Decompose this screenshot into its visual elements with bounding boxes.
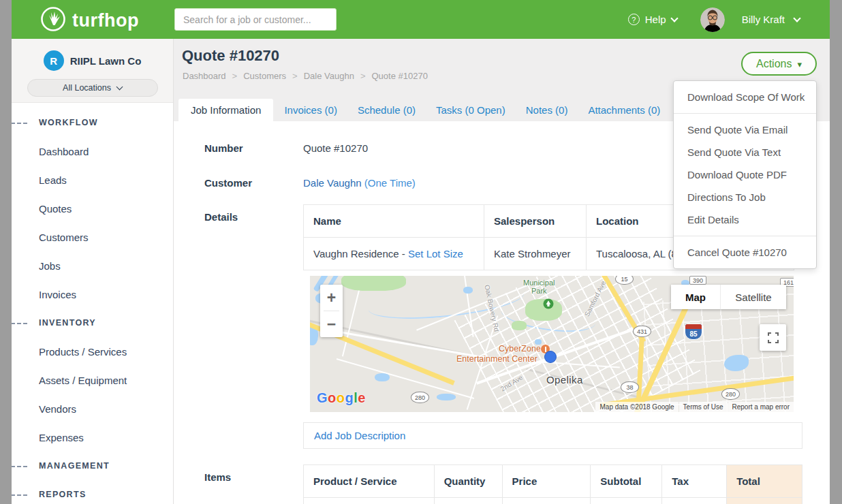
route-shield: 280 — [721, 388, 740, 400]
menu-divider — [674, 236, 816, 236]
map-type-map-button[interactable]: Map — [671, 285, 720, 309]
customer-label: Customer — [204, 177, 252, 189]
menu-item-download-scope[interactable]: Download Scope Of Work — [674, 86, 816, 108]
sidebar-nav: WORKFLOW Dashboard Leads Quotes Customer… — [12, 103, 173, 504]
nav-section-inventory: INVENTORY — [39, 318, 96, 328]
sidebar-item-expenses[interactable]: Expenses — [39, 432, 84, 443]
zoom-out-button[interactable]: − — [320, 311, 343, 337]
company-avatar: R — [44, 50, 64, 71]
chevron-down-icon — [670, 14, 678, 22]
location-selector[interactable]: All Locations — [27, 79, 158, 97]
breadcrumb-customers[interactable]: Customers — [243, 71, 286, 81]
sidebar-item-invoices[interactable]: Invoices — [39, 289, 76, 300]
sidebar: R RIIPL Lawn Co All Locations WORKFLOW D… — [12, 39, 174, 504]
sidebar-item-assets-equipment[interactable]: Assets / Equipment — [39, 375, 127, 386]
breadcrumb-customer-name[interactable]: Dale Vaughn — [304, 71, 354, 81]
tab-invoices[interactable]: Invoices (0) — [284, 104, 337, 116]
items-header-subtotal: Subtotal — [591, 465, 662, 498]
help-menu[interactable]: ? Help — [628, 14, 677, 25]
window-edge-right[interactable] — [830, 0, 842, 504]
topbar-right: ? Help — [628, 0, 800, 39]
set-lot-size-link[interactable]: Set Lot Size — [408, 248, 463, 259]
items-header-tax: Tax — [662, 465, 727, 498]
location-marker — [544, 351, 557, 363]
map-embed[interactable]: 15 390 161 431 85 38 280 280 MunicipalPa… — [310, 276, 794, 412]
menu-item-download-pdf[interactable]: Download Quote PDF — [674, 163, 816, 186]
tab-tasks[interactable]: Tasks (0 Open) — [436, 104, 505, 116]
sidebar-item-jobs[interactable]: Jobs — [39, 260, 61, 272]
breadcrumb: Dashboard> Customers> Dale Vaughn> Quote… — [183, 71, 428, 81]
customer-value: Dale Vaughn (One Time) — [303, 177, 416, 189]
terms-of-use-link[interactable]: Terms of Use — [679, 402, 728, 412]
company-name: RIIPL Lawn Co — [70, 55, 142, 67]
sidebar-header: R RIIPL Lawn Co All Locations — [12, 39, 173, 103]
details-label: Details — [204, 211, 238, 223]
interstate-85-shield: 85 — [685, 324, 702, 340]
chevron-down-icon — [793, 14, 800, 22]
job-description-box: Add Job Description — [303, 422, 802, 449]
route-shield: 280 — [411, 392, 429, 403]
actions-button-label: Actions — [756, 58, 792, 70]
avatar — [700, 7, 725, 32]
details-header-salesperson: Salesperson — [484, 205, 587, 238]
actions-button[interactable]: Actions — [741, 52, 817, 76]
chevron-down-icon — [116, 84, 123, 91]
number-label: Number — [204, 142, 243, 154]
fullscreen-button[interactable] — [760, 324, 786, 351]
customer-type-link[interactable]: (One Time) — [364, 177, 416, 189]
menu-item-cancel-quote[interactable]: Cancel Quote #10270 — [674, 241, 816, 264]
sidebar-item-leads[interactable]: Leads — [39, 174, 67, 186]
route-shield: 431 — [633, 326, 651, 337]
park-tree-icon — [543, 298, 554, 312]
menu-item-edit-details[interactable]: Edit Details — [674, 208, 816, 231]
tab-attachments[interactable]: Attachments (0) — [588, 104, 660, 116]
nav-section-workflow: WORKFLOW — [39, 118, 98, 127]
map-zoom-control: + − — [320, 285, 343, 337]
nav-section-reports[interactable]: REPORTS — [39, 490, 87, 499]
breadcrumb-quote: Quote #10270 — [371, 71, 427, 81]
zoom-in-button[interactable]: + — [320, 285, 343, 311]
help-icon: ? — [628, 14, 640, 25]
google-logo[interactable]: Google — [317, 390, 366, 406]
window-edge-left — [0, 0, 12, 504]
sidebar-item-vendors[interactable]: Vendors — [39, 403, 76, 415]
turfhop-logo-icon — [40, 6, 66, 35]
breadcrumb-dashboard[interactable]: Dashboard — [183, 71, 226, 81]
sidebar-item-dashboard[interactable]: Dashboard — [39, 146, 89, 157]
user-name: Billy Kraft — [742, 14, 785, 25]
route-shield: 38 — [621, 381, 639, 393]
brand-logo[interactable]: turfhop — [40, 6, 139, 35]
menu-item-send-email[interactable]: Send Quote Via Email — [674, 119, 816, 141]
menu-item-directions[interactable]: Directions To Job — [674, 186, 816, 208]
map-park-area — [341, 276, 406, 291]
sidebar-item-quotes[interactable]: Quotes — [39, 203, 72, 215]
tab-job-information[interactable]: Job Information — [178, 99, 273, 121]
tab-schedule[interactable]: Schedule (0) — [358, 104, 416, 116]
map-type-control: Map Satellite — [671, 285, 786, 309]
tab-bar: Job Information Invoices (0) Schedule (0… — [178, 99, 660, 121]
items-header-total: Total — [727, 465, 802, 498]
user-menu[interactable]: Billy Kraft — [700, 7, 800, 32]
poi-label-line1: CyberZone — [499, 344, 541, 353]
details-cell-salesperson: Kate Strohmeyer — [484, 238, 587, 270]
route-shield: 390 — [689, 276, 706, 285]
items-header-quantity: Quantity — [434, 465, 502, 498]
details-cell-name: Vaughn Residence - Set Lot Size — [304, 238, 484, 270]
topbar: turfhop ? Help — [12, 0, 830, 39]
add-job-description-link[interactable]: Add Job Description — [314, 430, 405, 441]
main-content: Quote #10270 Dashboard> Customers> Dale … — [174, 39, 830, 504]
sidebar-item-customers[interactable]: Customers — [39, 232, 89, 243]
report-map-error-link[interactable]: Report a map error — [728, 402, 794, 412]
menu-item-send-text[interactable]: Send Quote Via Text — [674, 141, 816, 163]
sidebar-item-products-services[interactable]: Products / Services — [39, 346, 127, 358]
map-type-satellite-button[interactable]: Satellite — [720, 285, 786, 309]
customer-link[interactable]: Dale Vaughn — [303, 177, 362, 189]
search-input[interactable] — [174, 8, 337, 31]
map-attribution: Map data ©2018 Google Terms of Use Repor… — [595, 402, 794, 412]
company-row[interactable]: R RIIPL Lawn Co — [12, 39, 173, 71]
brand-name: turfhop — [72, 10, 139, 31]
menu-divider — [674, 113, 816, 114]
nav-section-management[interactable]: MANAGEMENT — [39, 461, 110, 471]
items-empty-row — [304, 498, 802, 504]
tab-notes[interactable]: Notes (0) — [526, 104, 568, 116]
